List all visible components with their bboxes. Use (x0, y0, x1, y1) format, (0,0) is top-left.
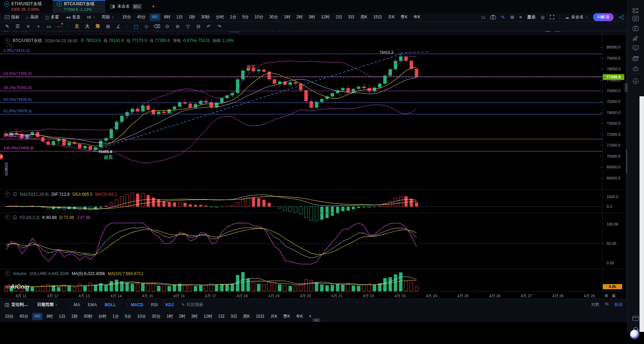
pin-icon[interactable]: ⊙ (162, 24, 172, 29)
timeframe-15日[interactable]: 15日 (371, 14, 384, 21)
redo-icon[interactable]: ↷ (214, 24, 224, 29)
date-tick[interactable]: 4月 16 (173, 293, 185, 299)
undo-icon[interactable]: ↶ (204, 24, 214, 29)
timeframe-12时[interactable]: 12时 (319, 14, 332, 21)
date-range-button[interactable]: 日期范围∨ (37, 302, 57, 308)
chips-button[interactable]: 筹 (92, 23, 103, 29)
bottom-timeframe-30分[interactable]: 30分 (150, 313, 163, 320)
panel-layout-icon[interactable] (633, 316, 639, 323)
corner-button-筹[interactable]: 筹 (605, 294, 608, 298)
large-chart-button[interactable]: 大 (82, 23, 92, 29)
date-tick[interactable]: 4月 23 (394, 293, 405, 299)
tab-eth-usdt[interactable]: sETH/USDT永续 2309.39 -2.69% (0, 0, 53, 13)
collapse-panel-arrow[interactable]: ▲ (313, 318, 320, 322)
date-tick[interactable]: 4月 25 (457, 293, 468, 299)
scale-option-对数[interactable]: 对数 (591, 302, 599, 308)
draw-trendline-icon[interactable]: ☰ (12, 24, 23, 29)
share-icon[interactable] (619, 15, 624, 20)
diamond-icon[interactable]: ◇ (141, 24, 152, 29)
timeframe-1秒[interactable]: 1秒 (187, 14, 197, 21)
bottom-timeframe-30秒[interactable]: 30秒 (81, 313, 94, 320)
bottom-timeframe-8时[interactable]: 8时 (44, 313, 55, 320)
bottom-timeframe-1日[interactable]: 1日 (57, 313, 68, 320)
toolbar-item-高级[interactable]: ⌂高级 (26, 14, 38, 20)
draw-more-icon[interactable]: ⋯ (54, 24, 64, 29)
bottom-timeframe-1秒[interactable]: 1秒 (69, 313, 80, 320)
fullscreen-icon[interactable] (550, 15, 554, 19)
timeframe-30秒[interactable]: 30秒 (199, 14, 212, 21)
cloud-layout-dropdown[interactable]: ☁未命名∨ (565, 14, 588, 20)
scale-option-自动[interactable]: 自动 (614, 302, 623, 308)
date-tick[interactable]: 4月 26 (489, 293, 500, 299)
pane-divider[interactable] (0, 213, 626, 213)
bottom-timeframe-1分[interactable]: 1分 (110, 313, 121, 320)
toolbar-item-复盘[interactable]: ◀◀复盘 (66, 14, 81, 20)
draw-cross-icon[interactable]: + (33, 24, 44, 29)
timeframe-2日[interactable]: 2日 (334, 14, 345, 21)
date-tick[interactable]: 4月 21 (331, 293, 342, 299)
bottom-timeframe-2时[interactable]: 2时 (177, 313, 188, 320)
date-tick[interactable]: 4月 19 (268, 293, 279, 299)
timeframe-8时[interactable]: 8时 (162, 14, 173, 21)
collapsed-panel-strip[interactable] (639, 96, 644, 332)
toolbar-item-指标[interactable]: 指标 (5, 14, 19, 20)
wallet-icon[interactable]: $ (633, 26, 639, 33)
timeframe-2时[interactable]: 2时 (294, 14, 305, 21)
sub-indicator-MACD[interactable]: MACD (131, 302, 143, 307)
add-tab-button[interactable]: + (147, 3, 160, 10)
monitor-icon[interactable] (633, 45, 639, 52)
news-icon[interactable] (633, 16, 639, 23)
pane-divider[interactable] (0, 189, 626, 190)
bottom-timeframe-15分[interactable]: 15分 (3, 313, 16, 320)
timeframe-3时[interactable]: 3时 (306, 14, 317, 21)
timeframe-3日[interactable]: 3日 (346, 14, 357, 21)
bottom-timeframe-3时[interactable]: 3时 (189, 313, 200, 320)
select-box-icon[interactable]: ▢ (131, 24, 141, 29)
date-tick[interactable]: 4月 13 (79, 293, 90, 299)
chart-scrollbar-thumb[interactable] (626, 149, 627, 173)
community-indicator-button[interactable]: ✎社区指标 (181, 302, 203, 308)
timeframe-1日[interactable]: 1日 (174, 14, 185, 21)
sub-indicator-KDJ[interactable]: KDJ (166, 302, 174, 307)
timeframe-季K[interactable]: 季K (399, 14, 410, 21)
collapse-chevron-icon[interactable]: ∨ (5, 271, 10, 276)
date-tick[interactable]: 4月 27 (521, 293, 532, 299)
date-tick[interactable]: 4月 14 (110, 293, 122, 299)
draw-pencil-icon[interactable]: ✎ (2, 24, 12, 29)
annotate-pencil-icon[interactable]: ✎ (501, 15, 505, 20)
market-trend-icon[interactable] (633, 36, 639, 43)
magic-brush-icon[interactable]: ∠ (113, 24, 124, 29)
sidebar-collapse-handle[interactable]: ‹ (625, 83, 628, 92)
camera-icon[interactable] (490, 15, 496, 19)
period-dropdown[interactable]: 周期∨ (101, 14, 114, 20)
date-tick[interactable]: 4月 11 (16, 293, 27, 299)
date-tick[interactable]: 4月 18 (236, 293, 248, 299)
bottom-timeframe-45分[interactable]: 45分 (17, 313, 30, 320)
bottom-timeframe-15日[interactable]: 15日 (254, 313, 267, 320)
tab-btc-usdt[interactable]: sBTC/USDT永续 77260.6 -1.13% (53, 0, 105, 13)
eraser-icon[interactable]: ⌫ (152, 24, 162, 29)
bottom-timeframe-4时[interactable]: 4时 (32, 313, 43, 320)
timeframe-1时[interactable]: 1时 (282, 14, 293, 21)
etf-icon[interactable]: ETF (633, 56, 639, 63)
list-menu-icon[interactable]: ≡ (519, 15, 522, 20)
timeframe-分时[interactable]: 分时 (214, 14, 226, 21)
bottom-timeframe-12时[interactable]: 12时 (202, 313, 214, 320)
pane-divider[interactable] (0, 269, 626, 269)
date-tick[interactable]: 4月 24 (426, 293, 437, 299)
timeframe-年K[interactable]: 年K (411, 14, 422, 21)
ai-robot-icon[interactable] (633, 66, 639, 73)
chart-style-dropdown[interactable]: ∨ (87, 15, 95, 19)
draw-parallel-icon[interactable]: ≡ (23, 24, 33, 29)
collapse-chevron-icon[interactable]: ∨ (5, 192, 10, 197)
swap-icon[interactable]: ⇄ (633, 78, 639, 85)
alert-bell-icon[interactable] (13, 215, 17, 220)
date-tick[interactable]: 4月 22 (363, 293, 374, 299)
bottom-timeframe-×[interactable]: × (307, 313, 313, 319)
timeframe-5分[interactable]: 5分 (240, 14, 251, 21)
bottom-timeframe-周K[interactable]: 周K (241, 313, 252, 320)
date-tick[interactable]: 4月 28 (552, 293, 563, 299)
bottom-timeframe-月K[interactable]: 月K (268, 313, 279, 320)
bottom-timeframe-1时[interactable]: 1时 (164, 313, 175, 320)
date-tick[interactable]: 4月 15 (142, 293, 153, 299)
